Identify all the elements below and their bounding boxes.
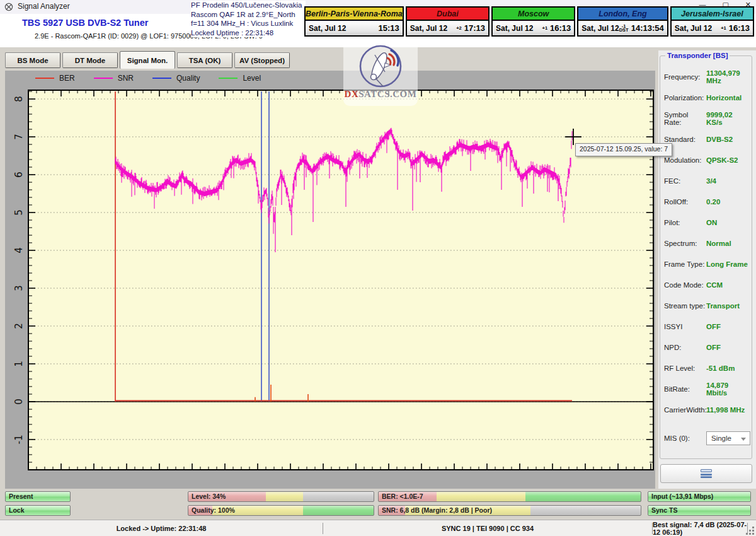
transponder-row: Symbol Rate: 9999,02 KS/s [664, 108, 750, 129]
chart-legend: BER SNR Quality Level [5, 71, 655, 85]
clock-utc-offset: +1 [721, 26, 726, 30]
transponder-row: Frame Type: Long Frame [664, 253, 750, 274]
clock-city-name: Berlin-Paris-Vienna-Roma [306, 9, 403, 18]
legend-item: SNR [94, 74, 134, 83]
field-label: BitRate: [664, 385, 706, 393]
ber-indicator: BER: <1.0E-7 [378, 491, 641, 502]
chart-panel: BER SNR Quality Level 876543210-1 [5, 71, 655, 489]
mode-tab-button[interactable]: DT Mode [62, 52, 118, 68]
svg-text:2: 2 [13, 323, 25, 329]
transponder-row: CarrierWidth: 11,998 MHz [664, 399, 750, 420]
clock-time: 15:13 [379, 23, 399, 33]
field-value: DVB-S2 [706, 136, 733, 143]
clock-city-name: London, Eng [598, 9, 646, 18]
legend-item: BER [35, 74, 75, 83]
field-value: OFF [706, 323, 721, 330]
clock-time: 16:13 [729, 23, 750, 33]
field-label: NPD: [664, 344, 706, 351]
transponder-row: Modulation: QPSK-S2 [664, 149, 750, 170]
clock: Dubai Sat, Jul 12 +2 17:13 [406, 6, 490, 37]
legend-label: SNR [118, 74, 134, 83]
legend-item: Level [219, 74, 261, 83]
svg-text:-1: -1 [13, 435, 25, 445]
field-value: Horizontal [706, 94, 742, 102]
clock-city-header: Berlin-Paris-Vienna-Roma [306, 8, 403, 21]
transponder-row: Standard: DVB-S2 [664, 129, 750, 149]
transponder-row: RF Level: -51 dBm [664, 358, 750, 378]
clock-city-header: London, Eng [578, 8, 667, 21]
clock-date: Sat, Jul 12 [496, 24, 533, 33]
field-value: Normal [706, 240, 731, 247]
mode-tabs: BS Mode DT Mode Signal Mon. TSA (OK) AV … [5, 52, 290, 69]
field-label: Stream type: [664, 302, 706, 310]
clock: London, Eng Sat, Jul 12 -1 DST 14:13:54 [577, 6, 668, 37]
clock-time-row: Sat, Jul 12 +1 16:13 [672, 21, 753, 35]
field-label: Frequency: [664, 73, 706, 81]
clock-time: 16:13 [550, 23, 571, 33]
mode-tab-button[interactable]: Signal Mon. [120, 51, 175, 69]
transponder-row: Spectrum: Normal [664, 233, 750, 253]
site-info-line: Rascom QAF 1R at 2.9°E_North [191, 10, 302, 20]
transponder-title: Transponder [BS] [665, 52, 730, 59]
field-value: 14,879 Mbit/s [706, 382, 750, 397]
status-uptime: Locked -> Uptime: 22:31:48 [0, 520, 323, 536]
signal-analyzer-window: Signal Analyzer — ▢ ✕ TBS 5927 USB DVB-S… [0, 0, 756, 536]
clock-city-name: Jerusalem-Israel [681, 9, 743, 18]
site-info-line: Locked Uptime : 22:31:48 [191, 28, 302, 38]
clock-time-row: Sat, Jul 12 +2 17:13 [407, 21, 488, 35]
device-title: TBS 5927 USB DVB-S2 Tuner [22, 18, 148, 28]
signal-trend-plot[interactable]: 876543210-1 [5, 85, 655, 489]
clock-city-header: Moscow [493, 8, 574, 21]
sync-ts-indicator: Sync TS [648, 505, 751, 516]
legend-label: Level [243, 74, 261, 83]
legend-line-swatch [152, 78, 171, 79]
field-label: Polarization: [664, 94, 706, 102]
stream-capture-button[interactable] [660, 464, 752, 483]
clock-time: 17:13 [464, 23, 485, 33]
mis-dropdown[interactable]: Single [706, 431, 750, 445]
field-label: Spectrum: [664, 240, 706, 247]
legend-label: BER [59, 74, 75, 83]
field-label: ISSYI [664, 323, 706, 330]
site-info-line: PF Prodelin 450/Lučenec-Slovakia [191, 1, 302, 10]
status-best-signal: Best signal: 7,4 dB (2025-07-12 06:19) [653, 520, 747, 536]
lock-indicator: Lock [5, 505, 71, 516]
field-value: CCM [706, 281, 723, 289]
clock-time-row: Sat, Jul 12 15:13 [306, 21, 403, 35]
level-indicator: Level: 34% [188, 491, 374, 502]
field-value: Long Frame [706, 260, 748, 268]
window-title: Signal Analyzer [18, 2, 70, 11]
svg-text:0: 0 [13, 399, 25, 405]
site-info: PF Prodelin 450/Lučenec-Slovakia Rascom … [191, 1, 306, 37]
mode-tab-button[interactable]: TSA (OK) [177, 52, 232, 68]
transponder-panel: Transponder [BS] Frequency: 11304,979 MH… [658, 50, 756, 489]
chevron-down-icon [741, 438, 746, 441]
clock-date: Sat, Jul 12 [410, 24, 447, 33]
transponder-row: RollOff: 0.20 [664, 191, 750, 212]
field-value: 11304,979 MHz [706, 69, 750, 84]
world-clocks: Berlin-Paris-Vienna-Roma Sat, Jul 12 15:… [304, 6, 754, 37]
clock-time-row: Sat, Jul 12 +1 16:13 [493, 21, 574, 35]
field-value: Transport [706, 302, 740, 310]
resize-grip[interactable] [752, 533, 754, 535]
legend-item: Quality [152, 74, 200, 83]
mis-label: MIS (0): [664, 434, 706, 442]
svg-text:5: 5 [13, 209, 25, 216]
transponder-row: Frequency: 11304,979 MHz [664, 66, 750, 87]
field-label: RollOff: [664, 198, 706, 206]
clock-utc-offset: +2 [456, 26, 462, 30]
mode-tab-button[interactable]: BS Mode [5, 52, 60, 68]
field-label: Symbol Rate: [664, 111, 706, 126]
quality-indicator: Quality: 100% [188, 505, 374, 516]
legend-line-swatch [94, 78, 113, 79]
clock: Moscow Sat, Jul 12 +1 16:13 [491, 6, 575, 37]
clock-utc-offset: +1 [542, 26, 548, 30]
field-label: Pilot: [664, 219, 706, 226]
field-value: QPSK-S2 [706, 156, 738, 164]
chart-tooltip: 2025-07-12 15.09.25, value: 7 [575, 143, 672, 156]
clock-date: Sat, Jul 12 [675, 24, 712, 33]
clock: Berlin-Paris-Vienna-Roma Sat, Jul 12 15:… [304, 6, 404, 37]
field-label: CarrierWidth: [664, 406, 706, 414]
svg-text:8: 8 [13, 96, 25, 102]
mode-tab-button[interactable]: AV (Stopped) [234, 52, 290, 68]
